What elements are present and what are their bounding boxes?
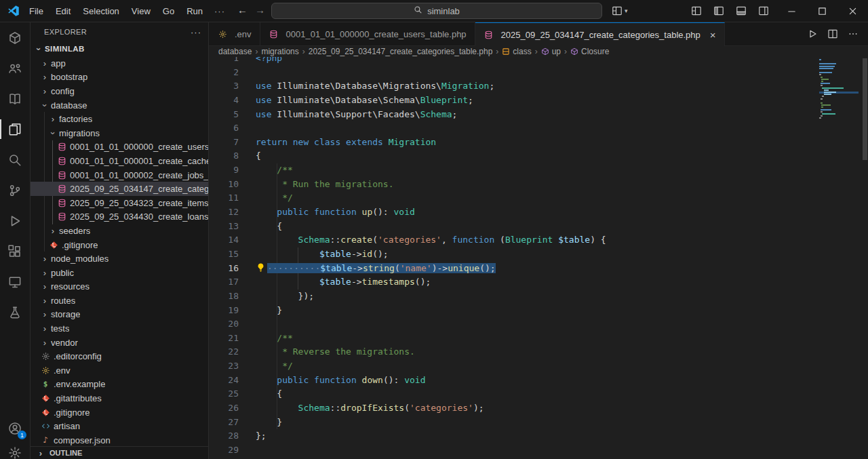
line-number[interactable]: 25 — [209, 387, 239, 401]
nav-back-button[interactable]: ← — [237, 4, 248, 16]
code-line-21[interactable]: 21 /** — [209, 332, 868, 346]
menu-edit[interactable]: Edit — [50, 6, 77, 16]
outline-section[interactable]: › OUTLINE — [31, 446, 208, 459]
code-line-14[interactable]: 14 Schema::create('categories', function… — [209, 233, 868, 247]
menu-selection[interactable]: Selection — [77, 6, 125, 16]
line-number[interactable]: 4 — [209, 94, 239, 108]
menu-run[interactable]: Run — [180, 6, 209, 16]
extensions-icon[interactable] — [0, 236, 30, 266]
panel-icon[interactable] — [736, 5, 747, 16]
line-number[interactable]: 17 — [209, 275, 239, 290]
menu-file[interactable]: File — [23, 6, 50, 16]
breadcrumb-closure[interactable]: Closure — [570, 47, 609, 56]
code-line-25[interactable]: 25 { — [209, 387, 868, 401]
code-line-27[interactable]: 27 } — [209, 416, 868, 430]
tree-file-0001-01-01-000001-create-cache-tabl[interactable]: 0001_01_01_000001_create_cache_tabl... — [31, 154, 208, 168]
line-number[interactable]: 7 — [209, 136, 239, 150]
line-number[interactable]: 18 — [209, 290, 239, 304]
line-number[interactable]: 21 — [209, 332, 239, 346]
line-number[interactable]: 22 — [209, 345, 239, 359]
tree-folder-app[interactable]: ›app — [31, 56, 208, 71]
tree-file-composer-json[interactable]: ♪composer.json — [31, 433, 208, 447]
tree-file-gitignore[interactable]: .gitignore — [31, 405, 208, 420]
code-line-2[interactable]: 2 — [209, 66, 868, 80]
tree-folder-seeders[interactable]: ›seeders — [31, 224, 208, 238]
tree-file-env[interactable]: .env — [31, 363, 208, 378]
tree-folder-resources[interactable]: ›resources — [31, 280, 208, 294]
line-number[interactable]: 20 — [209, 317, 239, 332]
tree-file-artisan[interactable]: artisan — [31, 419, 208, 433]
breadcrumb-up[interactable]: up — [541, 47, 561, 56]
tree-file-2025-09-25-034147-create-categories[interactable]: 2025_09_25_034147_create_categories... — [31, 182, 208, 196]
line-number[interactable]: 3 — [209, 79, 239, 94]
line-number[interactable]: 15 — [209, 247, 239, 262]
code-line-29[interactable]: 29 — [209, 443, 868, 458]
line-number[interactable]: 16 — [209, 262, 239, 276]
customize-layout-icon[interactable] — [691, 5, 702, 16]
secondary-sidebar-icon[interactable] — [758, 5, 769, 16]
code-line-7[interactable]: 7return new class extends Migration — [209, 136, 868, 150]
line-number[interactable]: 5 — [209, 108, 239, 122]
menu-go[interactable]: Go — [157, 6, 180, 16]
line-number[interactable]: 23 — [209, 359, 239, 374]
code-line-11[interactable]: 11 */ — [209, 191, 868, 205]
line-number[interactable]: 10 — [209, 178, 239, 192]
line-number[interactable]: 27 — [209, 416, 239, 430]
tab-env[interactable]: .env — [209, 22, 260, 45]
tree-file-2025-09-25-034430-create-loans-tabl[interactable]: 2025_09_25_034430_create_loans_tabl... — [31, 210, 208, 224]
tree-folder-tests[interactable]: ›tests — [31, 321, 208, 336]
code-line-26[interactable]: 26 Schema::dropIfExists('categories'); — [209, 401, 868, 416]
line-number[interactable]: 28 — [209, 429, 239, 443]
primary-sidebar-icon[interactable] — [713, 5, 724, 16]
lightbulb-icon[interactable] — [256, 262, 267, 276]
line-number[interactable]: 1 — [209, 57, 239, 66]
tree-folder-migrations[interactable]: ›migrations — [31, 126, 208, 140]
tree-folder-storage[interactable]: ›storage — [31, 308, 208, 322]
code-line-10[interactable]: 10 * Run the migrations. — [209, 178, 868, 192]
minimize-button[interactable] — [776, 0, 807, 22]
nav-forward-button[interactable]: → — [255, 4, 265, 16]
tree-folder-bootstrap[interactable]: ›bootstrap — [31, 71, 208, 85]
tree-file-2025-09-25-034323-create-items-tabl[interactable]: 2025_09_25_034323_create_items_tabl... — [31, 196, 208, 210]
run-debug-icon[interactable] — [0, 205, 30, 236]
menu-view[interactable]: View — [125, 6, 157, 16]
code-line-13[interactable]: 13 { — [209, 220, 868, 234]
library-icon[interactable] — [0, 83, 30, 114]
code-line-22[interactable]: 22 * Reverse the migrations. — [209, 345, 868, 359]
minimap[interactable] — [819, 59, 859, 147]
tree-folder-factories[interactable]: ›factories — [31, 112, 208, 126]
line-number[interactable]: 24 — [209, 374, 239, 388]
line-number[interactable]: 12 — [209, 205, 239, 220]
line-number[interactable]: 19 — [209, 304, 239, 318]
run-icon[interactable] — [807, 28, 818, 39]
code-line-17[interactable]: 17 $table->timestamps(); — [209, 275, 868, 290]
close-button[interactable] — [837, 0, 868, 22]
explorer-icon[interactable] — [0, 114, 30, 144]
line-number[interactable]: 13 — [209, 220, 239, 234]
code-line-28[interactable]: 28}; — [209, 429, 868, 443]
tree-folder-vendor[interactable]: ›vendor — [31, 336, 208, 350]
code-editor[interactable]: 1<?php23use Illuminate\Database\Migratio… — [209, 57, 868, 459]
split-editor-icon[interactable] — [827, 28, 838, 39]
package-icon[interactable] — [0, 22, 30, 53]
code-line-19[interactable]: 19 } — [209, 304, 868, 318]
line-number[interactable]: 14 — [209, 233, 239, 247]
tree-file-0001-01-01-000000-create-users-tabl[interactable]: 0001_01_01_000000_create_users_tabl... — [31, 140, 208, 155]
code-line-24[interactable]: 24 public function down(): void — [209, 374, 868, 388]
source-control-icon[interactable] — [0, 175, 30, 205]
breadcrumb-database[interactable]: database — [218, 47, 252, 56]
tree-folder-database[interactable]: ›database — [31, 98, 208, 113]
breadcrumb-class[interactable]: class — [502, 47, 531, 56]
tree-file-editorconfig[interactable]: .editorconfig — [31, 349, 208, 363]
code-line-18[interactable]: 18 }); — [209, 290, 868, 304]
menu-more-icon[interactable]: ··· — [209, 6, 231, 16]
code-line-20[interactable]: 20 — [209, 317, 868, 332]
line-number[interactable]: 9 — [209, 163, 239, 178]
close-tab-icon[interactable]: × — [710, 30, 716, 40]
tree-folder-config[interactable]: ›config — [31, 84, 208, 98]
code-line-9[interactable]: 9 /** — [209, 163, 868, 178]
code-line-16[interactable]: 16··········$table->string('name')->uniq… — [209, 262, 868, 276]
line-number[interactable]: 11 — [209, 191, 239, 205]
line-number[interactable]: 2 — [209, 66, 239, 80]
remote-explorer-icon[interactable] — [0, 266, 30, 297]
